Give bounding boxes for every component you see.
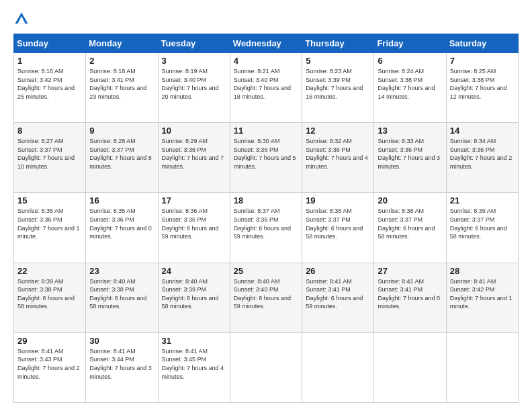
day-cell: 27Sunrise: 8:41 AMSunset: 3:41 PMDayligh… [374,263,446,332]
day-detail: Sunrise: 8:38 AMSunset: 3:37 PMDaylight:… [378,208,435,240]
column-header-tuesday: Tuesday [158,34,230,53]
day-number: 28 [450,266,515,276]
day-detail: Sunrise: 8:32 AMSunset: 3:36 PMDaylight:… [306,138,368,170]
day-number: 11 [234,126,298,136]
day-cell: 21Sunrise: 8:39 AMSunset: 3:37 PMDayligh… [446,193,518,263]
column-header-monday: Monday [86,34,158,53]
day-cell: 24Sunrise: 8:40 AMSunset: 3:39 PMDayligh… [158,263,230,332]
day-cell [302,332,374,402]
day-cell [230,332,302,402]
day-detail: Sunrise: 8:39 AMSunset: 3:38 PMDaylight:… [17,278,75,310]
day-number: 15 [17,195,82,205]
column-header-thursday: Thursday [302,34,374,53]
page: SundayMondayTuesdayWednesdayThursdayFrid… [0,0,532,411]
day-number: 1 [17,56,82,66]
day-number: 24 [162,266,226,276]
day-cell: 18Sunrise: 8:37 AMSunset: 3:36 PMDayligh… [230,193,302,263]
day-detail: Sunrise: 8:35 AMSunset: 3:36 PMDaylight:… [17,208,80,240]
day-number: 5 [306,56,370,66]
day-detail: Sunrise: 8:24 AMSunset: 3:38 PMDaylight:… [378,68,435,100]
day-cell: 4Sunrise: 8:21 AMSunset: 3:40 PMDaylight… [230,53,302,123]
day-cell: 12Sunrise: 8:32 AMSunset: 3:36 PMDayligh… [302,123,374,193]
week-row-5: 29Sunrise: 8:41 AMSunset: 3:43 PMDayligh… [14,332,519,402]
column-header-sunday: Sunday [14,34,86,53]
column-header-saturday: Saturday [446,34,518,53]
day-number: 31 [162,336,226,346]
day-cell: 13Sunrise: 8:33 AMSunset: 3:36 PMDayligh… [374,123,446,193]
day-number: 23 [89,266,154,276]
day-cell: 6Sunrise: 8:24 AMSunset: 3:38 PMDaylight… [374,53,446,123]
day-number: 13 [378,126,442,136]
day-detail: Sunrise: 8:38 AMSunset: 3:37 PMDaylight:… [306,208,363,240]
day-cell: 2Sunrise: 8:18 AMSunset: 3:41 PMDaylight… [86,53,158,123]
day-detail: Sunrise: 8:41 AMSunset: 3:41 PMDaylight:… [378,278,440,310]
day-number: 29 [17,336,82,346]
day-detail: Sunrise: 8:40 AMSunset: 3:38 PMDaylight:… [89,278,146,310]
day-number: 8 [17,126,82,136]
day-number: 20 [378,195,442,205]
day-detail: Sunrise: 8:41 AMSunset: 3:43 PMDaylight:… [17,348,80,380]
day-number: 26 [306,266,370,276]
day-cell: 7Sunrise: 8:25 AMSunset: 3:38 PMDaylight… [446,53,518,123]
day-cell: 17Sunrise: 8:36 AMSunset: 3:36 PMDayligh… [158,193,230,263]
day-cell: 5Sunrise: 8:23 AMSunset: 3:39 PMDaylight… [302,53,374,123]
day-cell: 1Sunrise: 8:16 AMSunset: 3:42 PMDaylight… [14,53,86,123]
week-row-1: 1Sunrise: 8:16 AMSunset: 3:42 PMDaylight… [14,53,519,123]
day-detail: Sunrise: 8:16 AMSunset: 3:42 PMDaylight:… [17,68,75,100]
day-number: 12 [306,126,370,136]
day-detail: Sunrise: 8:39 AMSunset: 3:37 PMDaylight:… [450,208,507,240]
logo-icon [13,11,30,27]
day-cell [446,332,518,402]
day-number: 25 [234,266,298,276]
day-number: 17 [162,195,226,205]
day-number: 19 [306,195,370,205]
day-cell: 19Sunrise: 8:38 AMSunset: 3:37 PMDayligh… [302,193,374,263]
day-detail: Sunrise: 8:35 AMSunset: 3:36 PMDaylight:… [89,208,152,240]
day-detail: Sunrise: 8:19 AMSunset: 3:40 PMDaylight:… [162,68,219,100]
day-number: 4 [234,56,298,66]
header [13,11,519,27]
day-cell: 29Sunrise: 8:41 AMSunset: 3:43 PMDayligh… [14,332,86,402]
day-cell: 15Sunrise: 8:35 AMSunset: 3:36 PMDayligh… [14,193,86,263]
day-number: 9 [89,126,154,136]
day-number: 27 [378,266,442,276]
day-detail: Sunrise: 8:23 AMSunset: 3:39 PMDaylight:… [306,68,363,100]
day-number: 30 [89,336,154,346]
day-cell: 31Sunrise: 8:41 AMSunset: 3:45 PMDayligh… [158,332,230,402]
day-cell: 8Sunrise: 8:27 AMSunset: 3:37 PMDaylight… [14,123,86,193]
day-detail: Sunrise: 8:40 AMSunset: 3:40 PMDaylight:… [234,278,291,310]
day-number: 3 [162,56,226,66]
day-detail: Sunrise: 8:41 AMSunset: 3:45 PMDaylight:… [162,348,224,380]
day-number: 2 [89,56,154,66]
day-number: 6 [378,56,442,66]
day-detail: Sunrise: 8:37 AMSunset: 3:36 PMDaylight:… [234,208,291,240]
day-detail: Sunrise: 8:27 AMSunset: 3:37 PMDaylight:… [17,138,75,170]
day-cell [374,332,446,402]
calendar-header: SundayMondayTuesdayWednesdayThursdayFrid… [14,34,519,53]
week-row-4: 22Sunrise: 8:39 AMSunset: 3:38 PMDayligh… [14,263,519,332]
day-cell: 9Sunrise: 8:28 AMSunset: 3:37 PMDaylight… [86,123,158,193]
day-cell: 10Sunrise: 8:29 AMSunset: 3:36 PMDayligh… [158,123,230,193]
day-number: 18 [234,195,298,205]
day-number: 14 [450,126,515,136]
day-cell: 26Sunrise: 8:41 AMSunset: 3:41 PMDayligh… [302,263,374,332]
column-header-friday: Friday [374,34,446,53]
day-detail: Sunrise: 8:29 AMSunset: 3:36 PMDaylight:… [162,138,224,170]
day-number: 7 [450,56,515,66]
day-detail: Sunrise: 8:40 AMSunset: 3:39 PMDaylight:… [162,278,219,310]
week-row-2: 8Sunrise: 8:27 AMSunset: 3:37 PMDaylight… [14,123,519,193]
day-number: 21 [450,195,515,205]
day-detail: Sunrise: 8:18 AMSunset: 3:41 PMDaylight:… [89,68,146,100]
day-detail: Sunrise: 8:28 AMSunset: 3:37 PMDaylight:… [89,138,152,170]
day-cell: 28Sunrise: 8:41 AMSunset: 3:42 PMDayligh… [446,263,518,332]
day-cell: 22Sunrise: 8:39 AMSunset: 3:38 PMDayligh… [14,263,86,332]
day-cell: 16Sunrise: 8:35 AMSunset: 3:36 PMDayligh… [86,193,158,263]
day-cell: 23Sunrise: 8:40 AMSunset: 3:38 PMDayligh… [86,263,158,332]
day-number: 10 [162,126,226,136]
day-cell: 30Sunrise: 8:41 AMSunset: 3:44 PMDayligh… [86,332,158,402]
day-cell: 20Sunrise: 8:38 AMSunset: 3:37 PMDayligh… [374,193,446,263]
week-row-3: 15Sunrise: 8:35 AMSunset: 3:36 PMDayligh… [14,193,519,263]
calendar-body: 1Sunrise: 8:16 AMSunset: 3:42 PMDaylight… [14,53,519,403]
calendar-table: SundayMondayTuesdayWednesdayThursdayFrid… [13,34,519,403]
day-detail: Sunrise: 8:41 AMSunset: 3:44 PMDaylight:… [89,348,152,380]
